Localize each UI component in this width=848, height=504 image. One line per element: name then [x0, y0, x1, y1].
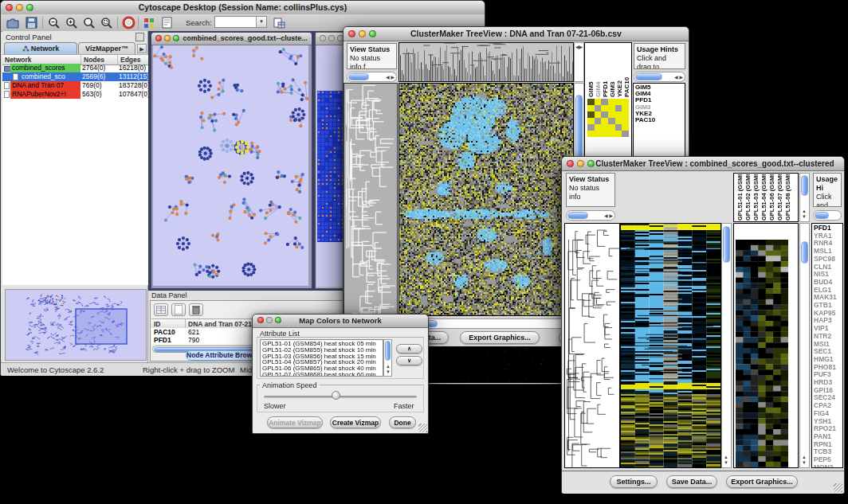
- treeview1-hints-hscrollbar[interactable]: ◀ ▶: [634, 72, 685, 82]
- matrix-cell[interactable]: [608, 124, 615, 131]
- matrix-cell[interactable]: [608, 111, 615, 118]
- matrix-cell[interactable]: [622, 111, 629, 118]
- network-row[interactable]: RNAPuberNov2+!563(0)107847(0): [2, 90, 148, 99]
- list-item[interactable]: PFD1: [602, 45, 609, 97]
- treeview1-heatmap[interactable]: [398, 83, 574, 316]
- matrix-cell[interactable]: [595, 124, 602, 131]
- done-button[interactable]: Done: [389, 416, 416, 428]
- save-data-button[interactable]: Save Data...: [666, 475, 717, 488]
- scroll-left-right-icons[interactable]: ◀ ▶: [386, 75, 395, 80]
- list-item[interactable]: PAC10: [635, 117, 683, 123]
- treeview1-status-hscrollbar[interactable]: ◀ ▶: [347, 72, 397, 82]
- close-button[interactable]: [257, 317, 264, 323]
- treeview1-zoom-heatmap[interactable]: [587, 99, 629, 137]
- network-row[interactable]: combined_scores2764(0)16218(0): [2, 64, 148, 72]
- minimize-button[interactable]: [164, 35, 171, 41]
- matrix-cell[interactable]: [595, 111, 602, 118]
- dialog-titlebar[interactable]: Map Colors to Network: [253, 315, 428, 328]
- treeview1-top-scroll-strip[interactable]: ◀▶: [574, 42, 584, 82]
- matrix-cell[interactable]: [622, 131, 629, 137]
- search-dropdown-arrow-icon[interactable]: ▼: [256, 17, 266, 27]
- zoom-button[interactable]: [275, 317, 281, 323]
- vizmap-squares-icon[interactable]: [142, 16, 156, 29]
- list-item[interactable]: MON2: [814, 464, 841, 468]
- matrix-cell[interactable]: [587, 99, 595, 105]
- matrix-cell[interactable]: [615, 111, 622, 118]
- matrix-cell[interactable]: [608, 105, 615, 111]
- list-item[interactable]: YKE2: [616, 45, 623, 97]
- scroll-left-right-icons[interactable]: ◀▶: [575, 45, 583, 50]
- zoom-button[interactable]: [369, 30, 376, 37]
- list-item[interactable]: GPL51-07 (GSM868: [776, 174, 784, 221]
- zoom-button[interactable]: [587, 160, 595, 167]
- matrix-cell[interactable]: [601, 118, 608, 124]
- treeview1-column-dendrogram[interactable]: [398, 42, 574, 82]
- list-item[interactable]: GIM4: [595, 45, 602, 97]
- treeview2-heatmap[interactable]: [620, 223, 721, 468]
- treeview2-gene-list[interactable]: PFD1YRA1RNR4MSL1SPC98CLN1NIS1BUD4ELG1MAK…: [811, 223, 843, 468]
- minimize-button[interactable]: [577, 160, 584, 167]
- matrix-cell[interactable]: [587, 111, 595, 118]
- treeview2-labels-vscrollbar[interactable]: ▲▼: [799, 173, 810, 222]
- attribute-list[interactable]: GPL51-01 (GSM854) heat shock 05 minGPL51…: [260, 339, 383, 377]
- node-attribute-browser-tab[interactable]: Node Attribute Browser: [186, 350, 257, 361]
- treeview2-row-dendrogram[interactable]: [564, 223, 620, 468]
- animate-vizmap-button[interactable]: Animate Vizmap: [267, 416, 323, 428]
- list-item[interactable]: GPL51-01 (GSM854: [736, 174, 744, 221]
- network-row[interactable]: combined_sco2569(6)13112(15): [2, 72, 148, 81]
- zoom-button[interactable]: [26, 4, 33, 11]
- new-attribute-icon[interactable]: [171, 303, 186, 316]
- list-item[interactable]: PAC10: [623, 45, 630, 97]
- list-item[interactable]: GPL51-04 (GSM857: [760, 174, 768, 221]
- create-vizmap-button[interactable]: Create Vizmap: [330, 416, 381, 428]
- settings-button[interactable]: Settings...: [610, 475, 658, 488]
- float-panel-icon[interactable]: [135, 33, 144, 41]
- treeview1-row-dendrogram[interactable]: [344, 83, 398, 316]
- resize-grip[interactable]: [834, 483, 842, 492]
- export-graphics-button[interactable]: Export Graphics...: [460, 331, 540, 344]
- matrix-cell[interactable]: [608, 99, 615, 105]
- list-item[interactable]: GPL51-02 (GSM855: [744, 174, 752, 221]
- treeview2-zoom-vscrollbar[interactable]: ▲▼: [799, 223, 810, 468]
- export-graphics-button[interactable]: Export Graphics...: [726, 475, 798, 488]
- matrix-cell[interactable]: [622, 118, 629, 124]
- matrix-cell[interactable]: [608, 118, 615, 124]
- matrix-cell[interactable]: [615, 124, 622, 131]
- matrix-cell[interactable]: [615, 118, 622, 124]
- list-item[interactable]: GIM3: [609, 45, 616, 97]
- network-window-titlebar[interactable]: combined_scores_good.txt--cluste...: [151, 33, 312, 45]
- close-button[interactable]: [155, 35, 162, 41]
- matrix-cell[interactable]: [615, 99, 622, 105]
- network-view-canvas[interactable]: [153, 45, 308, 286]
- main-titlebar[interactable]: Cytoscape Desktop (Session Name: collins…: [1, 1, 485, 15]
- move-down-button[interactable]: ∨: [396, 356, 422, 365]
- treeview2-status-hscrollbar[interactable]: ◀ ▶: [566, 210, 615, 221]
- matrix-cell[interactable]: [587, 131, 595, 137]
- animation-speed-slider-track[interactable]: [264, 396, 417, 398]
- resize-grip[interactable]: [418, 424, 427, 432]
- matrix-cell[interactable]: [595, 105, 602, 111]
- attribute-select-icon[interactable]: [154, 303, 168, 316]
- network-row[interactable]: DNA and Tran 07769(0)183728(0): [2, 81, 148, 90]
- list-item[interactable]: GPL51-06 (GSM865: [768, 174, 776, 221]
- treeview1-titlebar[interactable]: ClusterMaker TreeView : DNA and Tran 07-…: [344, 27, 689, 41]
- matrix-cell[interactable]: [595, 99, 602, 105]
- treeview2-vscrollbar[interactable]: ▲▼: [721, 223, 732, 468]
- treeview2-hints-hscrollbar[interactable]: [813, 210, 842, 221]
- matrix-cell[interactable]: [608, 131, 615, 137]
- matrix-cell[interactable]: [601, 105, 608, 111]
- network-overview[interactable]: [5, 289, 147, 361]
- delete-attribute-icon[interactable]: [189, 303, 203, 316]
- list-item[interactable]: GPL51-08 (GSM872: [784, 174, 792, 221]
- list-item[interactable]: GPL51-07 (GSM868) heat shock 60 min: [262, 372, 381, 377]
- matrix-cell[interactable]: [622, 99, 629, 105]
- matrix-cell[interactable]: [601, 99, 608, 105]
- matrix-cell[interactable]: [615, 131, 622, 137]
- matrix-cell[interactable]: [601, 131, 608, 137]
- zoom-selected-icon[interactable]: [100, 16, 114, 29]
- list-item[interactable]: GPL51-03 (GSM856: [752, 174, 760, 221]
- matrix-cell[interactable]: [622, 105, 629, 111]
- matrix-cell[interactable]: [595, 118, 602, 124]
- minimize-button[interactable]: [328, 35, 335, 41]
- minimize-button[interactable]: [359, 30, 366, 37]
